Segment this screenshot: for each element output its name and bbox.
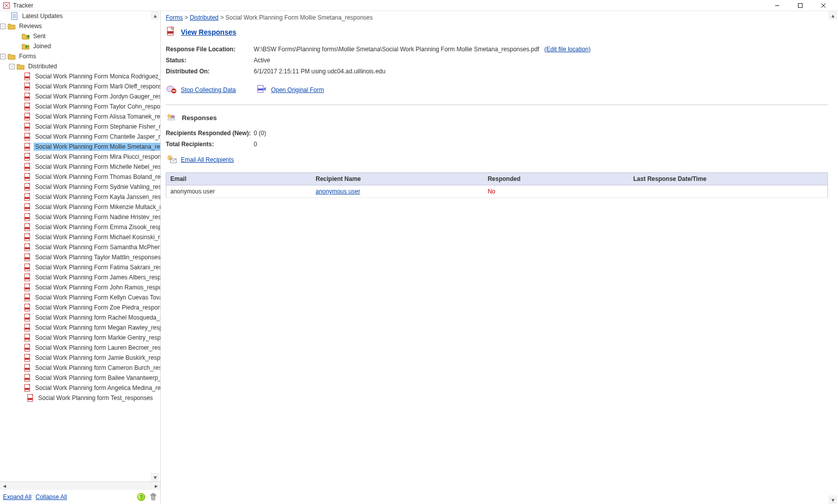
tree-item[interactable]: -Social Work Planning Form Chantelle Jas… xyxy=(0,132,160,142)
svg-rect-66 xyxy=(25,358,30,360)
pdf-icon xyxy=(24,354,32,362)
expand-all-link[interactable]: Expand All xyxy=(3,493,32,500)
close-button[interactable] xyxy=(812,0,835,11)
tree-item[interactable]: -Social Work Planning Form Michelle Nebe… xyxy=(0,162,160,172)
content-scroll-up[interactable]: ▴ xyxy=(828,11,837,20)
email-all-link[interactable]: Email All Recipients xyxy=(181,156,234,163)
tree-item[interactable]: -Social Work Planning Form Thomas Boland… xyxy=(0,172,160,182)
svg-rect-50 xyxy=(25,277,30,279)
edit-file-location-link[interactable]: (Edit file location) xyxy=(544,46,590,53)
pdf-icon xyxy=(24,253,32,261)
toggle-icon[interactable]: - xyxy=(0,24,6,29)
tree-latest-updates[interactable]: -Latest Updates xyxy=(0,11,160,21)
tree-item[interactable]: -Social Work Planning form Rachel Mosque… xyxy=(0,313,160,323)
maximize-button[interactable] xyxy=(789,0,812,11)
sidebar: -Latest Updates-Reviews-Sent-Joined-Form… xyxy=(0,11,161,504)
horizontal-scrollbar[interactable]: ◂ ▸ xyxy=(0,481,160,490)
breadcrumb-distributed[interactable]: Distributed xyxy=(190,14,219,21)
tree-item[interactable]: -Social Work Planning Form Alissa Tomane… xyxy=(0,112,160,122)
pdf-icon xyxy=(24,384,32,392)
scrollbar-track[interactable] xyxy=(9,482,152,490)
tree-item[interactable]: -Social Work Planning Form Stephanie Fis… xyxy=(0,122,160,132)
pdf-icon xyxy=(24,143,32,151)
svg-rect-16 xyxy=(25,107,30,109)
tree-item[interactable]: -Social Work Planning Form John Ramos_re… xyxy=(0,282,160,292)
tree-joined[interactable]: -Joined xyxy=(0,41,160,51)
tree-item[interactable]: -Social Work Planning Form Emma Zisook_r… xyxy=(0,222,160,232)
tree-item[interactable]: -Social Work Planning Form Jordyn Gauger… xyxy=(0,91,160,102)
tree-item[interactable]: -Social Work Planning form Jamie Buskirk… xyxy=(0,353,160,363)
svg-rect-68 xyxy=(25,368,30,370)
tree-item[interactable]: -Social Work Planning Form Marli Oleff_r… xyxy=(0,81,160,91)
scroll-right-button[interactable]: ▸ xyxy=(152,482,160,490)
tree-item[interactable]: -Social Work Planning Form Samantha McPh… xyxy=(0,242,160,252)
page-icon xyxy=(11,12,19,20)
tree-item[interactable]: -Social Work Planning Form Mira Piucci_r… xyxy=(0,152,160,162)
view-responses-link[interactable]: View Responses xyxy=(181,28,236,36)
help-icon[interactable]: ? xyxy=(137,493,145,501)
cell-recipient-name: anonymous user xyxy=(311,185,483,198)
scroll-up-button[interactable]: ▴ xyxy=(151,11,159,20)
recipients-responded-value: 0 (0) xyxy=(254,130,266,137)
toggle-icon[interactable]: - xyxy=(9,64,15,69)
tree-item[interactable]: -Social Work Planning form Angelica Medi… xyxy=(0,383,160,393)
svg-rect-70 xyxy=(25,378,30,380)
scroll-left-button[interactable]: ◂ xyxy=(0,482,9,490)
breadcrumb-forms[interactable]: Forms xyxy=(166,14,183,21)
pdf-icon xyxy=(24,233,32,241)
svg-rect-58 xyxy=(25,318,30,320)
tree-item[interactable]: -Social Work Planning Form Monica Rodrig… xyxy=(0,71,160,81)
tree-item[interactable]: -Social Work Planning Form Taylor Cohn_r… xyxy=(0,102,160,112)
tree-item[interactable]: -Social Work Planning form Test_response… xyxy=(0,393,160,403)
tree-item[interactable]: -Social Work Planning form Lauren Becmer… xyxy=(0,343,160,353)
tree-item[interactable]: -Social Work Planning Form Michael Kosin… xyxy=(0,232,160,242)
col-email[interactable]: Email xyxy=(166,173,312,185)
tree-item[interactable]: -Social Work Planning Form James Albers_… xyxy=(0,272,160,282)
svg-rect-34 xyxy=(25,197,30,199)
svg-rect-24 xyxy=(25,147,30,149)
trash-icon[interactable] xyxy=(149,493,157,501)
recipient-link[interactable]: anonymous user xyxy=(316,188,360,195)
tree-item[interactable]: -Social Work Planning Form Sydnie Vahlin… xyxy=(0,182,160,192)
tree-reviews[interactable]: -Reviews xyxy=(0,21,160,31)
col-recipient-name[interactable]: Recipient Name xyxy=(311,173,483,185)
svg-rect-52 xyxy=(25,287,30,289)
minimize-button[interactable] xyxy=(766,0,789,11)
tree-item[interactable]: -Social Work Planning Form Fatima Sakran… xyxy=(0,262,160,272)
tree-item[interactable]: -Social Work Planning Form Kellyn Cuevas… xyxy=(0,292,160,303)
tree-item[interactable]: -Social Work Planning Form Mikenzie Mult… xyxy=(0,202,160,212)
tree-item[interactable]: -Social Work Planning Form Mollie Smetan… xyxy=(0,142,160,152)
scroll-down-button[interactable]: ▾ xyxy=(151,473,159,481)
svg-rect-74 xyxy=(28,398,33,400)
pdf-icon xyxy=(24,173,32,181)
pdf-icon xyxy=(24,324,32,332)
tree-item[interactable]: -Social Work Planning form Megan Rawley_… xyxy=(0,323,160,333)
tree-item[interactable]: -Social Work Planning form Cameron Burch… xyxy=(0,363,160,373)
svg-rect-2 xyxy=(798,4,802,8)
stop-collecting-link[interactable]: Stop Collecting Data xyxy=(181,86,236,93)
window-title: Tracker xyxy=(13,2,33,9)
svg-rect-38 xyxy=(25,217,30,219)
tree-item[interactable]: -Social Work Planning Form Zoe Piedra_re… xyxy=(0,303,160,313)
content-scroll-down[interactable]: ▾ xyxy=(828,495,837,504)
pdf-icon xyxy=(24,113,32,121)
toggle-icon[interactable]: - xyxy=(0,54,6,59)
collapse-all-link[interactable]: Collapse All xyxy=(36,493,67,500)
tree-item[interactable]: -Social Work Planning Form Kayla Janssen… xyxy=(0,192,160,202)
table-row[interactable]: anonymous useranonymous userNo xyxy=(166,185,828,198)
tree-item[interactable]: -Social Work Planning Form Nadine Hriste… xyxy=(0,212,160,222)
col-last-response[interactable]: Last Response Date/Time xyxy=(629,173,827,185)
col-responded[interactable]: Responded xyxy=(484,173,630,185)
tree-item[interactable]: -Social Work Planning form Markie Gentry… xyxy=(0,333,160,343)
pdf-icon xyxy=(24,103,32,111)
total-recipients-value: 0 xyxy=(254,141,257,148)
tree-sent[interactable]: -Sent xyxy=(0,31,160,41)
open-original-link[interactable]: Open Original Form xyxy=(271,86,324,93)
tree-distributed[interactable]: -Distributed xyxy=(0,61,160,71)
tree-view[interactable]: -Latest Updates-Reviews-Sent-Joined-Form… xyxy=(0,11,160,481)
svg-rect-14 xyxy=(25,96,30,98)
tree-item[interactable]: -Social Work Planning form Bailee Vanant… xyxy=(0,373,160,383)
tree-item[interactable]: -Social Work Planning Taylor Mattlin_res… xyxy=(0,252,160,262)
sent-icon xyxy=(22,32,30,40)
tree-forms[interactable]: -Forms xyxy=(0,51,160,61)
